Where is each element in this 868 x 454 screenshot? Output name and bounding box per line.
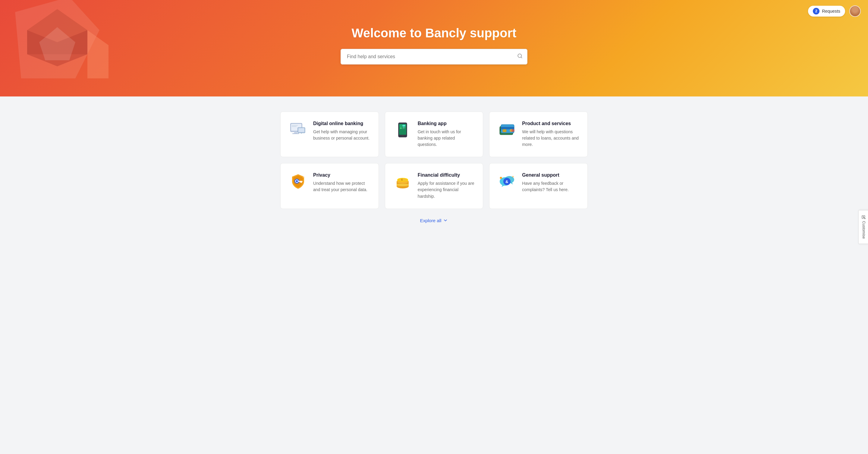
chevron-down-icon	[443, 218, 448, 223]
hero-decoration	[9, 0, 112, 90]
card-products-services[interactable]: Product and services We will help with q…	[489, 112, 588, 157]
card-title-financial-difficulty: Financial difficulty	[418, 173, 475, 178]
svg-rect-10	[292, 126, 297, 127]
svg-point-32	[512, 129, 515, 132]
card-desc-digital-banking: Get help with managing your business or …	[313, 129, 370, 141]
mobile-icon	[395, 121, 410, 139]
card-desc-products-services: We will help with questions related to l…	[522, 129, 579, 148]
svg-rect-21	[401, 135, 404, 136]
svg-point-19	[404, 125, 404, 126]
search-button[interactable]	[517, 53, 523, 60]
search-icon	[517, 53, 523, 59]
coins-icon: $	[395, 173, 410, 190]
card-text-products-services: Product and services We will help with q…	[522, 121, 579, 148]
svg-rect-4	[294, 132, 297, 133]
card-icon-financial-difficulty: $	[394, 173, 412, 190]
pencil-icon	[862, 215, 866, 219]
card-icon-privacy: ✦ ✦	[289, 173, 307, 190]
cards-icon	[498, 123, 516, 137]
svg-rect-16	[402, 128, 404, 129]
chat-icon: &	[498, 173, 516, 190]
card-icon-digital-banking	[289, 121, 307, 139]
search-input[interactable]	[341, 49, 527, 64]
cards-grid: Digital online banking Get help with man…	[268, 112, 600, 209]
card-desc-financial-difficulty: Apply for assistance if you are experien…	[418, 180, 475, 199]
svg-point-34	[296, 180, 298, 182]
svg-point-53	[513, 176, 514, 178]
svg-line-1	[521, 57, 522, 58]
shield-icon: ✦ ✦	[290, 173, 307, 190]
card-text-digital-banking: Digital online banking Get help with man…	[313, 121, 370, 141]
svg-rect-15	[402, 127, 405, 128]
svg-point-14	[400, 127, 402, 129]
avatar-image	[850, 6, 860, 16]
hero-section: 2 Requests Welcome to Bancly support	[0, 0, 868, 96]
card-icon-products-services	[498, 121, 516, 139]
svg-text:&: &	[505, 179, 508, 184]
explore-all-label: Explore all	[420, 218, 441, 223]
avatar[interactable]	[849, 5, 861, 17]
explore-all-section: Explore all	[0, 218, 868, 223]
requests-button[interactable]: 2 Requests	[808, 6, 845, 17]
search-wrapper	[341, 49, 527, 64]
card-text-banking-app: Banking app Get in touch with us for ban…	[418, 121, 475, 148]
card-icon-general-support: &	[498, 173, 516, 190]
svg-point-52	[500, 177, 502, 179]
customise-tab[interactable]: Customise	[858, 210, 868, 244]
card-title-privacy: Privacy	[313, 173, 370, 178]
card-desc-banking-app: Get in touch with us for banking app rel…	[418, 129, 475, 148]
svg-rect-35	[299, 181, 303, 182]
card-icon-banking-app	[394, 121, 412, 139]
card-title-general-support: General support	[522, 173, 579, 178]
card-banking-app[interactable]: Banking app Get in touch with us for ban…	[385, 112, 484, 157]
requests-badge: 2	[813, 8, 819, 14]
svg-rect-9	[292, 125, 298, 126]
card-digital-banking[interactable]: Digital online banking Get help with man…	[280, 112, 379, 157]
svg-text:$: $	[401, 178, 403, 181]
requests-label: Requests	[822, 9, 840, 13]
monitor-icon	[289, 122, 307, 138]
svg-rect-5	[292, 133, 299, 134]
svg-rect-26	[503, 129, 506, 132]
svg-point-8	[301, 133, 302, 133]
svg-rect-37	[300, 182, 301, 183]
card-privacy[interactable]: ✦ ✦ Privacy Understand how we protect an…	[280, 163, 379, 209]
svg-text:✦: ✦	[301, 175, 302, 176]
svg-text:✦: ✦	[302, 176, 304, 178]
hero-title: Welcome to Bancly support	[352, 26, 517, 40]
card-desc-general-support: Have any feedback or complaints? Tell us…	[522, 180, 579, 193]
svg-rect-36	[301, 182, 302, 183]
svg-point-20	[404, 125, 405, 126]
card-general-support[interactable]: & General support Have any feedback or c…	[489, 163, 588, 209]
card-financial-difficulty[interactable]: $ Financial difficulty Apply for assista…	[385, 163, 484, 209]
card-text-general-support: General support Have any feedback or com…	[522, 173, 579, 193]
customise-label: Customise	[862, 221, 866, 239]
card-text-privacy: Privacy Understand how we protect and tr…	[313, 173, 370, 193]
top-navigation: 2 Requests	[808, 5, 861, 17]
svg-rect-25	[501, 127, 514, 129]
card-desc-privacy: Understand how we protect and treat your…	[313, 180, 370, 193]
card-title-products-services: Product and services	[522, 121, 579, 126]
card-title-banking-app: Banking app	[418, 121, 475, 126]
svg-point-18	[403, 125, 403, 126]
main-content: Digital online banking Get help with man…	[0, 96, 868, 247]
explore-all-button[interactable]: Explore all	[420, 218, 448, 223]
card-text-financial-difficulty: Financial difficulty Apply for assistanc…	[418, 173, 475, 199]
svg-rect-7	[299, 128, 304, 132]
card-title-digital-banking: Digital online banking	[313, 121, 370, 126]
